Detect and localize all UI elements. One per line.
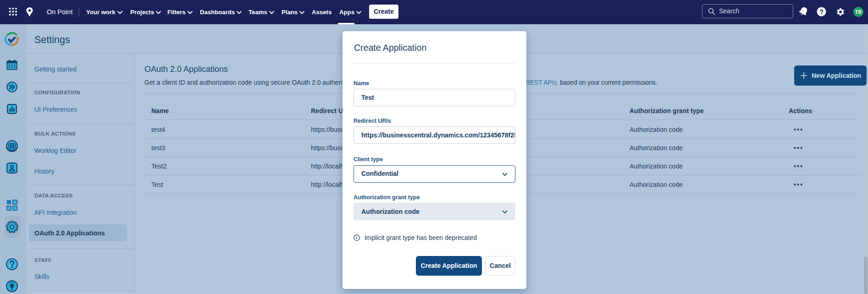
svg-text:?: ? (819, 8, 824, 16)
